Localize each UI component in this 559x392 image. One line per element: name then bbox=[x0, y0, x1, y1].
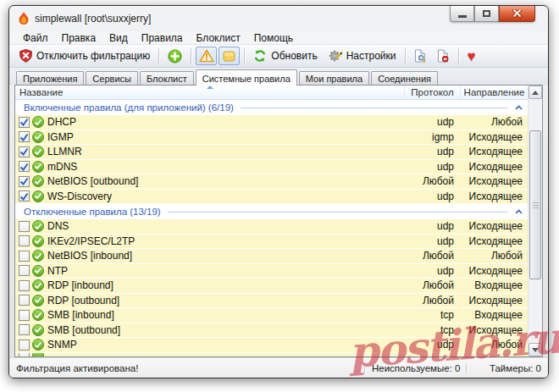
menu-item-rules[interactable]: Правила bbox=[135, 32, 190, 44]
column-header-row: Название Протокол Направление bbox=[15, 86, 528, 100]
rule-checkbox[interactable] bbox=[19, 176, 30, 187]
rule-checkbox[interactable] bbox=[19, 324, 30, 335]
panel-icon bbox=[223, 51, 235, 62]
rule-checkbox[interactable] bbox=[19, 221, 30, 232]
donate-button[interactable]: ♥ bbox=[462, 47, 481, 65]
scroll-down-button[interactable] bbox=[529, 343, 542, 356]
rule-checkbox[interactable] bbox=[19, 190, 30, 202]
show-notifications-toggle[interactable] bbox=[196, 47, 217, 65]
rule-name: SMB [outbound] bbox=[47, 324, 404, 336]
scrollbar-thumb[interactable] bbox=[529, 130, 541, 279]
rule-protocol: udp bbox=[404, 220, 460, 232]
rule-direction: Любой bbox=[460, 250, 528, 262]
status-unused: Неиспользуемые: 0 bbox=[364, 363, 466, 373]
rule-direction: Исходящее bbox=[460, 295, 528, 306]
rule-checkbox[interactable] bbox=[19, 295, 30, 306]
show-window-toggle[interactable] bbox=[219, 47, 240, 65]
maximize-button[interactable] bbox=[474, 6, 499, 22]
group-header[interactable]: Включенные правила (для приложений) (6/1… bbox=[15, 100, 528, 115]
rule-checkbox[interactable] bbox=[19, 161, 30, 172]
menu-item-blocklist[interactable]: Блоклист bbox=[190, 32, 247, 44]
tab-user-rules[interactable]: Мои правила bbox=[299, 71, 369, 85]
rule-name: NTP bbox=[47, 265, 404, 277]
table-row[interactable]: NetBIOS [outbound]ЛюбойИсходящее bbox=[15, 174, 528, 190]
rule-allow-icon bbox=[32, 175, 44, 187]
table-row[interactable]: DNSudpИсходящее bbox=[15, 219, 528, 235]
rule-protocol: udp bbox=[404, 235, 460, 247]
table-row[interactable]: IGMPigmpИсходящее bbox=[15, 130, 528, 146]
rules-list: Название Протокол Направление Включенные… bbox=[15, 86, 528, 356]
rule-allow-icon bbox=[32, 220, 44, 232]
rule-allow-icon bbox=[32, 279, 44, 291]
scroll-up-button[interactable] bbox=[529, 86, 542, 99]
rule-protocol: tcp bbox=[404, 324, 460, 336]
rule-checkbox[interactable] bbox=[19, 280, 30, 291]
minimize-button[interactable] bbox=[450, 6, 474, 22]
group-divider bbox=[241, 108, 508, 108]
rule-direction: Любой bbox=[460, 339, 528, 351]
toolbar-separator bbox=[405, 48, 406, 64]
clear-log-button[interactable] bbox=[432, 47, 455, 64]
open-log-button[interactable] bbox=[409, 47, 432, 64]
column-header-name[interactable]: Название bbox=[15, 86, 404, 99]
chevron-up-icon[interactable] bbox=[515, 105, 523, 110]
table-row[interactable]: WS-DiscoveryudpИсходящее bbox=[15, 190, 528, 205]
table-row[interactable]: mDNSudpИсходящее bbox=[15, 160, 528, 175]
table-row[interactable]: DHCPudpЛюбой bbox=[15, 115, 528, 130]
table-row[interactable]: SNMPudpЛюбой bbox=[15, 338, 528, 353]
rule-protocol: udp bbox=[404, 265, 460, 277]
settings-button[interactable]: Настройки bbox=[323, 47, 401, 64]
caption-buttons bbox=[450, 6, 535, 22]
rule-checkbox[interactable] bbox=[19, 146, 30, 157]
tab-blocklist[interactable]: Блоклист bbox=[140, 71, 194, 85]
menu-item-view[interactable]: Вид bbox=[102, 32, 135, 44]
disable-filtering-button[interactable]: Отключить фильтрацию bbox=[14, 47, 155, 64]
add-rule-button[interactable] bbox=[163, 47, 187, 65]
close-button[interactable] bbox=[499, 6, 535, 22]
vertical-scrollbar[interactable] bbox=[528, 86, 542, 356]
column-header-protocol[interactable]: Протокол bbox=[404, 86, 460, 99]
status-timers: Таймеры: 0 bbox=[466, 363, 548, 373]
thumb-grip bbox=[533, 202, 539, 203]
menu-item-edit[interactable]: Правка bbox=[55, 32, 103, 44]
title-bar[interactable]: simplewall [root\suxxjerry] bbox=[9, 6, 548, 31]
table-row[interactable]: NTPudpИсходящее bbox=[15, 264, 528, 279]
table-row[interactable]: RDP [outbound]ЛюбойИсходящее bbox=[15, 294, 528, 309]
table-row[interactable]: IKEv2/IPSEC/L2TPudpИсходящее bbox=[15, 235, 528, 250]
tab-services[interactable]: Сервисы bbox=[86, 71, 138, 85]
rule-checkbox[interactable] bbox=[19, 310, 30, 321]
tab-strip: ПриложенияСервисыБлоклистСистемные прави… bbox=[9, 68, 548, 85]
tab-connections[interactable]: Соединения bbox=[371, 71, 438, 85]
close-icon bbox=[512, 9, 522, 18]
rule-protocol: tcp bbox=[404, 309, 460, 321]
group-header[interactable]: Отключенные правила (13/19) bbox=[15, 204, 528, 219]
chevron-up-icon[interactable] bbox=[515, 209, 523, 214]
rule-name: RDP [inbound] bbox=[47, 279, 404, 291]
column-header-direction[interactable]: Направление bbox=[460, 86, 528, 99]
rule-checkbox[interactable] bbox=[19, 235, 30, 246]
column-label: Название bbox=[19, 87, 63, 97]
table-row[interactable]: SMB [inbound]tcpВходящее bbox=[15, 308, 528, 323]
rule-name: mDNS bbox=[47, 161, 404, 173]
rule-checkbox[interactable] bbox=[19, 340, 30, 351]
table-row[interactable]: RDP [inbound]ЛюбойВходящее bbox=[15, 279, 528, 294]
rule-checkbox[interactable] bbox=[19, 117, 30, 128]
rule-allow-icon bbox=[32, 309, 44, 321]
rule-name: IKEv2/IPSEC/L2TP bbox=[47, 235, 404, 247]
tab-applications[interactable]: Приложения bbox=[16, 71, 84, 85]
table-row[interactable]: NetBIOS [inbound]ЛюбойЛюбой bbox=[15, 249, 528, 264]
tab-system-rules[interactable]: Системные правила bbox=[196, 69, 297, 86]
shield-x-icon bbox=[19, 49, 32, 63]
rule-direction: Исходящее bbox=[460, 131, 528, 143]
rule-checkbox[interactable] bbox=[19, 251, 30, 262]
rule-checkbox[interactable] bbox=[19, 353, 30, 357]
table-row[interactable]: SMB [outbound]tcpИсходящее bbox=[15, 323, 528, 339]
rule-checkbox[interactable] bbox=[19, 131, 30, 142]
menu-item-file[interactable]: Файл bbox=[16, 32, 55, 44]
table-row-partial[interactable] bbox=[15, 353, 528, 357]
menu-item-help[interactable]: Помощь bbox=[247, 32, 300, 44]
table-row[interactable]: LLMNRudpИсходящее bbox=[15, 145, 528, 160]
refresh-button[interactable]: Обновить bbox=[248, 47, 322, 64]
rule-checkbox[interactable] bbox=[19, 265, 30, 276]
rule-direction: Входящее bbox=[460, 279, 528, 291]
